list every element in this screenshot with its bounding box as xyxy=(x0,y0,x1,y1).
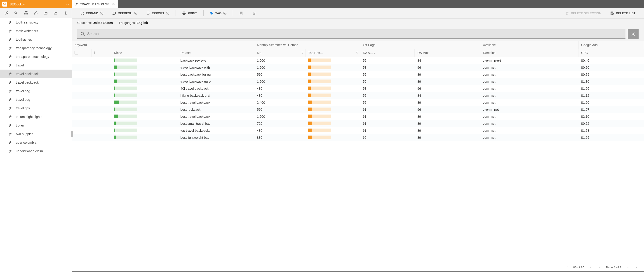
first-page-button[interactable]: I＜ xyxy=(588,266,594,270)
domain-link[interactable]: c-o-m xyxy=(483,59,492,62)
domain-link[interactable]: c-o-m xyxy=(483,108,492,112)
domain-link[interactable]: com xyxy=(483,115,489,118)
sidebar-item[interactable]: uber colombia xyxy=(0,138,72,147)
domain-link[interactable]: net xyxy=(491,87,495,90)
col-group-monthly[interactable]: Monthly Searches vs. Compe… xyxy=(254,41,360,49)
sidebar-item[interactable]: tooth whiteners xyxy=(0,27,72,35)
close-icon[interactable]: ✕ xyxy=(112,2,115,6)
table-row[interactable]: 40l travel backpack4805896com net$1.26 xyxy=(72,85,644,92)
sidebar-item[interactable]: unpaid wage claim xyxy=(0,147,72,156)
sidebar-item[interactable]: tooth sensitivity xyxy=(0,18,72,27)
chart-button[interactable] xyxy=(248,8,260,18)
sidebar-item[interactable]: travel backpack xyxy=(0,70,72,78)
table-row[interactable]: best travel backpack1,9006189com net$2.1… xyxy=(72,113,644,120)
table-row[interactable]: best lightweight bac8806289com net$1.65 xyxy=(72,134,644,141)
tab-travel-backpack[interactable]: TRAVEL BACKPACK ✕ xyxy=(72,0,118,8)
col-cpc[interactable]: CPC xyxy=(578,49,644,57)
domain-link[interactable]: com xyxy=(483,66,489,69)
col-domains[interactable]: Domains xyxy=(480,49,578,57)
sidebar-item[interactable]: travel bag xyxy=(0,95,72,104)
domain-link[interactable]: com xyxy=(483,73,489,76)
search-box[interactable] xyxy=(77,29,626,39)
edit-button[interactable] xyxy=(32,9,40,17)
filter-icon[interactable]: ▽ xyxy=(356,51,358,54)
scrollbar-handle[interactable] xyxy=(71,131,73,137)
col-monthly[interactable]: Mo…▽ xyxy=(254,49,306,57)
sidebar-list[interactable]: tooth sensitivitytooth whitenerstoothach… xyxy=(0,18,72,272)
sidebar-item[interactable]: toothaches xyxy=(0,35,72,44)
table-row[interactable]: best travel backpack2,4005989com net$1.6… xyxy=(72,99,644,106)
domain-link[interactable]: com xyxy=(483,136,489,140)
sidebar-item[interactable]: transparent technology xyxy=(0,52,72,61)
domain-link[interactable]: net xyxy=(491,115,495,118)
domain-link[interactable]: com xyxy=(483,80,489,83)
table-row[interactable]: travel backpack euro1,6005689com net$1.8… xyxy=(72,78,644,85)
sidebar-item[interactable]: two puppies xyxy=(0,130,72,138)
col-phrase[interactable]: Phrase xyxy=(178,49,254,57)
domain-link[interactable]: com xyxy=(483,94,489,97)
col-group-keyword[interactable]: Keyword xyxy=(72,41,254,49)
col-damax[interactable]: DA Max xyxy=(415,49,480,57)
print-button[interactable]: PRINT xyxy=(178,8,202,18)
table-row[interactable]: backpack reviews1,0005284c-o-m n-e-t$0.4… xyxy=(72,57,644,64)
table-row[interactable]: hiking backpack brai4805984com net$1.12 xyxy=(72,92,644,99)
calculator-button[interactable] xyxy=(235,8,248,18)
domain-link[interactable]: net xyxy=(491,101,495,104)
sidebar-item[interactable]: travel backpack xyxy=(0,78,72,87)
col-daavg[interactable]: DA A…↑ xyxy=(360,49,415,57)
sort-asc-icon[interactable]: ↑ xyxy=(374,52,375,54)
domain-link[interactable]: com xyxy=(483,87,489,90)
domain-link[interactable]: com xyxy=(483,122,489,126)
add-keyword-button[interactable] xyxy=(2,9,10,17)
domain-link[interactable]: com xyxy=(483,129,489,132)
languages-filter[interactable]: Languages: English xyxy=(119,21,148,24)
domain-link[interactable]: n-e-t xyxy=(494,59,501,62)
table-row[interactable]: best small travel bac7206189com net$0.92 xyxy=(72,120,644,127)
last-page-button[interactable]: ＞I xyxy=(634,266,640,270)
export-button[interactable]: EXPORT⌄ xyxy=(142,8,174,18)
add-search-button[interactable] xyxy=(12,9,20,17)
domain-link[interactable]: net xyxy=(491,73,495,76)
sidebar-item[interactable]: travel xyxy=(0,61,72,70)
sidebar-header[interactable]: SECockpit ︿ xyxy=(0,0,72,8)
domain-link[interactable]: net xyxy=(491,122,495,126)
domain-link[interactable]: net xyxy=(491,94,495,97)
domain-link[interactable]: net xyxy=(491,129,495,132)
expand-button[interactable]: EXPAND⌄ xyxy=(76,8,108,18)
delete-list-button[interactable]: DELETE LIST xyxy=(606,8,640,18)
search-settings-button[interactable] xyxy=(628,29,638,39)
col-group-offpage[interactable]: Off-Page xyxy=(360,41,480,49)
domain-link[interactable]: com xyxy=(483,101,489,104)
sidebar-item[interactable]: trojan xyxy=(0,121,72,130)
domain-link[interactable]: net xyxy=(491,80,495,83)
domain-link[interactable]: net xyxy=(494,108,499,112)
col-topres[interactable]: Top Res…▽ xyxy=(306,49,360,57)
col-group-googleads[interactable]: Google Ads xyxy=(578,41,644,49)
folder-open-button[interactable] xyxy=(52,9,60,17)
domain-link[interactable]: net xyxy=(491,136,495,140)
col-checkbox[interactable] xyxy=(72,49,92,57)
sidebar-item[interactable]: travel tips xyxy=(0,104,72,112)
tag-button[interactable]: TAG⌄ xyxy=(206,8,231,18)
select-all-checkbox[interactable] xyxy=(74,51,78,54)
next-page-button[interactable]: ＞ xyxy=(625,266,630,270)
table-row[interactable]: travel backpack with1,6005396com net$0.9… xyxy=(72,64,644,71)
table-row[interactable]: top travel backpacks4806189com net$1.53 xyxy=(72,127,644,134)
prev-page-button[interactable]: ＜ xyxy=(597,266,602,270)
sidebar-item[interactable]: tritium night sights xyxy=(0,112,72,121)
collapse-icon[interactable]: ︿ xyxy=(66,2,69,6)
sidebar-item[interactable]: travel bag xyxy=(0,87,72,95)
search-input[interactable] xyxy=(87,32,622,36)
col-niche[interactable]: Niche xyxy=(111,49,178,57)
table-row[interactable]: best backpack for eu5905589com net$0.79 xyxy=(72,71,644,78)
settings-button[interactable] xyxy=(61,9,69,17)
table-row[interactable]: best rucksack5906196c-o-m net$1.07 xyxy=(72,106,644,113)
countries-filter[interactable]: Countries: United States xyxy=(77,21,113,24)
col-group-available[interactable]: Available xyxy=(480,41,578,49)
filter-icon[interactable]: ▽ xyxy=(302,51,304,54)
col-info[interactable]: i xyxy=(92,49,111,57)
folder-add-button[interactable] xyxy=(42,9,50,17)
refresh-button[interactable]: REFRESH⌄ xyxy=(108,8,142,18)
sidebar-item[interactable]: transparency technology xyxy=(0,44,72,52)
add-hierarchy-button[interactable] xyxy=(22,9,30,17)
